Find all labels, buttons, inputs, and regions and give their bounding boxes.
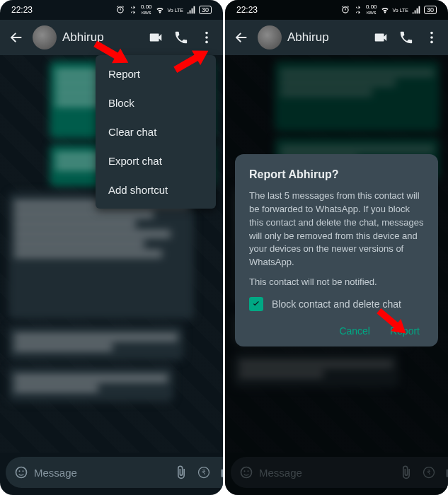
message-bubble xyxy=(8,366,173,402)
svg-text:₹: ₹ xyxy=(427,469,431,476)
message-input[interactable] xyxy=(259,467,394,479)
input-bar: ₹ xyxy=(0,453,223,495)
input-bar: ₹ xyxy=(225,453,448,495)
camera-icon[interactable] xyxy=(217,462,223,482)
report-dialog: Report Abhirup? The last 5 messages from… xyxy=(235,154,438,346)
battery-icon: 30 xyxy=(199,6,212,14)
menu-item-clear-chat[interactable]: Clear chat xyxy=(96,117,216,146)
status-bar: 22:23 0.00KB/S Vo LTE 30 xyxy=(0,0,223,20)
svg-point-13 xyxy=(241,467,252,478)
rupee-icon[interactable]: ₹ xyxy=(194,462,214,482)
message-field[interactable]: ₹ xyxy=(231,457,448,488)
voice-call-button[interactable] xyxy=(171,25,192,50)
svg-point-0 xyxy=(205,32,208,35)
dialog-note: This contact will not be notified. xyxy=(249,276,424,287)
bluetooth-icon xyxy=(353,5,363,15)
more-options-button[interactable] xyxy=(421,25,442,50)
message-bubble xyxy=(234,352,398,388)
phone-left: 22:23 0.00KB/S Vo LTE 30 Abhirup xyxy=(0,0,223,495)
wifi-icon xyxy=(155,5,165,15)
dialog-title: Report Abhirup? xyxy=(249,168,424,181)
avatar[interactable] xyxy=(258,25,282,50)
signal-icon xyxy=(411,5,421,15)
wifi-icon xyxy=(380,5,390,15)
video-call-button[interactable] xyxy=(370,25,391,50)
camera-icon[interactable] xyxy=(442,462,448,482)
battery-icon: 30 xyxy=(424,6,437,14)
message-input[interactable] xyxy=(34,467,168,479)
svg-point-12 xyxy=(430,41,433,44)
svg-point-11 xyxy=(430,36,433,39)
svg-text:₹: ₹ xyxy=(202,469,206,476)
attach-icon[interactable] xyxy=(396,462,416,482)
back-button[interactable] xyxy=(6,25,27,50)
svg-point-15 xyxy=(248,470,249,472)
status-bar: 22:23 0.00KB/S Vo LTE 30 xyxy=(225,0,448,20)
alarm-icon xyxy=(340,5,350,15)
options-menu: Report Block Clear chat Export chat Add … xyxy=(96,55,216,209)
status-icons: 0.00KB/S Vo LTE 30 xyxy=(115,4,212,16)
menu-item-export-chat[interactable]: Export chat xyxy=(96,146,216,175)
status-icons: 0.00KB/S Vo LTE 30 xyxy=(340,4,437,16)
menu-item-block[interactable]: Block xyxy=(96,88,216,117)
alarm-icon xyxy=(115,5,125,15)
message-bubble xyxy=(8,192,194,320)
status-time: 22:23 xyxy=(11,5,33,15)
svg-point-1 xyxy=(205,36,208,39)
cancel-button[interactable]: Cancel xyxy=(339,325,370,337)
svg-point-14 xyxy=(244,470,246,472)
contact-name[interactable]: Abhirup xyxy=(287,30,364,45)
svg-point-10 xyxy=(430,32,433,35)
menu-item-add-shortcut[interactable]: Add shortcut xyxy=(96,175,216,204)
rupee-icon[interactable]: ₹ xyxy=(419,462,439,482)
message-bubble xyxy=(8,325,183,361)
signal-icon xyxy=(186,5,196,15)
avatar[interactable] xyxy=(33,25,57,50)
message-bubble xyxy=(275,61,440,132)
phone-right: 22:23 0.00KB/S Vo LTE 30 Abhirup xyxy=(225,0,448,495)
svg-point-4 xyxy=(19,470,21,472)
svg-point-2 xyxy=(205,41,208,44)
svg-point-3 xyxy=(16,467,27,478)
chat-header: Abhirup xyxy=(225,20,448,55)
dialog-body: The last 5 messages from this contact wi… xyxy=(249,190,424,269)
bluetooth-icon xyxy=(128,5,138,15)
message-field[interactable]: ₹ xyxy=(6,457,223,488)
back-button[interactable] xyxy=(231,25,252,50)
emoji-icon[interactable] xyxy=(11,462,31,482)
status-time: 22:23 xyxy=(236,5,258,15)
video-call-button[interactable] xyxy=(145,25,166,50)
emoji-icon[interactable] xyxy=(236,462,256,482)
checkbox-checked-icon[interactable] xyxy=(249,297,263,311)
voice-call-button[interactable] xyxy=(396,25,417,50)
attach-icon[interactable] xyxy=(171,462,191,482)
svg-point-5 xyxy=(23,470,24,472)
checkbox-row[interactable]: Block contact and delete chat xyxy=(249,297,424,311)
